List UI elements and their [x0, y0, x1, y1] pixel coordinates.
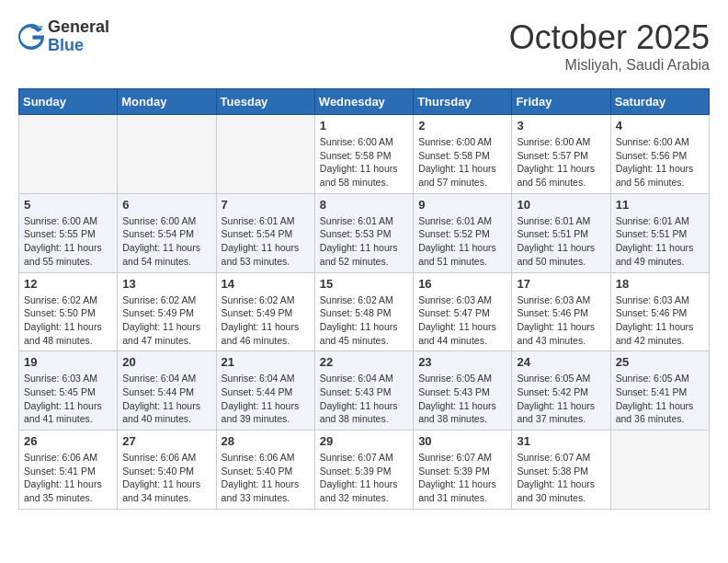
day-number: 19 — [24, 355, 112, 369]
calendar-cell: 11Sunrise: 6:01 AMSunset: 5:51 PMDayligh… — [610, 193, 709, 272]
day-number: 28 — [222, 434, 310, 448]
month-title: October 2025 — [509, 18, 710, 57]
cell-info: Sunrise: 6:01 AMSunset: 5:52 PMDaylight:… — [418, 214, 506, 269]
cell-info: Sunrise: 6:05 AMSunset: 5:42 PMDaylight:… — [517, 372, 605, 426]
cell-info: Sunrise: 6:04 AMSunset: 5:43 PMDaylight:… — [320, 372, 408, 426]
day-number: 24 — [517, 355, 605, 369]
day-number: 16 — [418, 277, 506, 291]
calendar-cell: 8Sunrise: 6:01 AMSunset: 5:53 PMDaylight… — [314, 193, 413, 272]
calendar-table: SundayMondayTuesdayWednesdayThursdayFrid… — [18, 88, 710, 510]
cell-info: Sunrise: 6:06 AMSunset: 5:40 PMDaylight:… — [122, 451, 210, 505]
day-number: 15 — [320, 277, 408, 291]
calendar-cell: 30Sunrise: 6:07 AMSunset: 5:39 PMDayligh… — [414, 431, 512, 510]
calendar-cell: 24Sunrise: 6:05 AMSunset: 5:42 PMDayligh… — [512, 351, 610, 431]
day-number: 6 — [122, 198, 210, 212]
calendar-cell: 19Sunrise: 6:03 AMSunset: 5:45 PMDayligh… — [19, 351, 118, 431]
calendar-cell: 26Sunrise: 6:06 AMSunset: 5:41 PMDayligh… — [19, 431, 118, 510]
day-number: 30 — [418, 434, 506, 448]
cell-info: Sunrise: 6:01 AMSunset: 5:51 PMDaylight:… — [616, 214, 704, 269]
cell-info: Sunrise: 6:06 AMSunset: 5:40 PMDaylight:… — [222, 451, 310, 505]
calendar-cell: 29Sunrise: 6:07 AMSunset: 5:39 PMDayligh… — [314, 431, 413, 510]
calendar-cell: 5Sunrise: 6:00 AMSunset: 5:55 PMDaylight… — [19, 193, 118, 272]
cell-info: Sunrise: 6:06 AMSunset: 5:41 PMDaylight:… — [24, 451, 112, 505]
cell-info: Sunrise: 6:00 AMSunset: 5:58 PMDaylight:… — [320, 135, 408, 190]
cell-info: Sunrise: 6:03 AMSunset: 5:45 PMDaylight:… — [24, 372, 112, 426]
day-number: 26 — [24, 434, 112, 448]
day-number: 9 — [418, 198, 506, 212]
day-number: 1 — [320, 119, 408, 132]
day-number: 25 — [616, 355, 704, 369]
cell-info: Sunrise: 6:04 AMSunset: 5:44 PMDaylight:… — [122, 372, 210, 426]
calendar-week-4: 19Sunrise: 6:03 AMSunset: 5:45 PMDayligh… — [19, 351, 710, 431]
calendar-cell: 17Sunrise: 6:03 AMSunset: 5:46 PMDayligh… — [512, 272, 610, 351]
calendar-cell: 7Sunrise: 6:01 AMSunset: 5:54 PMDaylight… — [216, 193, 314, 272]
calendar-cell: 31Sunrise: 6:07 AMSunset: 5:38 PMDayligh… — [512, 431, 610, 510]
cell-info: Sunrise: 6:01 AMSunset: 5:54 PMDaylight:… — [222, 214, 310, 269]
logo: General Blue — [18, 18, 109, 55]
cell-info: Sunrise: 6:05 AMSunset: 5:43 PMDaylight:… — [418, 372, 506, 426]
calendar-cell — [19, 115, 118, 194]
day-number: 17 — [517, 277, 605, 291]
cell-info: Sunrise: 6:02 AMSunset: 5:49 PMDaylight:… — [122, 293, 210, 348]
calendar-cell: 3Sunrise: 6:00 AMSunset: 5:57 PMDaylight… — [512, 115, 610, 194]
weekday-header-sunday: Sunday — [19, 89, 118, 115]
title-block: October 2025 Misliyah, Saudi Arabia — [509, 18, 710, 74]
cell-info: Sunrise: 6:05 AMSunset: 5:41 PMDaylight:… — [616, 372, 704, 426]
logo-blue: Blue — [48, 36, 84, 54]
day-number: 12 — [24, 277, 112, 291]
weekday-header-friday: Friday — [512, 89, 610, 115]
cell-info: Sunrise: 6:00 AMSunset: 5:55 PMDaylight:… — [24, 214, 112, 269]
cell-info: Sunrise: 6:03 AMSunset: 5:46 PMDaylight:… — [616, 293, 704, 348]
cell-info: Sunrise: 6:00 AMSunset: 5:56 PMDaylight:… — [616, 135, 704, 190]
day-number: 3 — [517, 119, 605, 132]
cell-info: Sunrise: 6:01 AMSunset: 5:53 PMDaylight:… — [320, 214, 408, 269]
day-number: 21 — [222, 355, 310, 369]
calendar-cell: 28Sunrise: 6:06 AMSunset: 5:40 PMDayligh… — [216, 431, 314, 510]
day-number: 11 — [616, 198, 704, 212]
cell-info: Sunrise: 6:07 AMSunset: 5:39 PMDaylight:… — [418, 451, 506, 505]
cell-info: Sunrise: 6:00 AMSunset: 5:58 PMDaylight:… — [418, 135, 506, 190]
cell-info: Sunrise: 6:02 AMSunset: 5:49 PMDaylight:… — [222, 293, 310, 348]
cell-info: Sunrise: 6:00 AMSunset: 5:57 PMDaylight:… — [517, 135, 605, 190]
logo-text: General Blue — [48, 18, 109, 55]
day-number: 13 — [122, 277, 210, 291]
cell-info: Sunrise: 6:03 AMSunset: 5:47 PMDaylight:… — [418, 293, 506, 348]
day-number: 22 — [320, 355, 408, 369]
logo-general: General — [48, 17, 109, 36]
calendar-cell — [216, 115, 314, 194]
calendar-cell: 27Sunrise: 6:06 AMSunset: 5:40 PMDayligh… — [118, 431, 216, 510]
cell-info: Sunrise: 6:07 AMSunset: 5:39 PMDaylight:… — [320, 451, 408, 505]
day-number: 2 — [418, 119, 506, 132]
calendar-cell: 13Sunrise: 6:02 AMSunset: 5:49 PMDayligh… — [118, 272, 216, 351]
weekday-header-thursday: Thursday — [414, 89, 512, 115]
day-number: 31 — [517, 434, 605, 448]
day-number: 23 — [418, 355, 506, 369]
calendar-cell: 4Sunrise: 6:00 AMSunset: 5:56 PMDaylight… — [610, 115, 709, 194]
calendar-cell: 9Sunrise: 6:01 AMSunset: 5:52 PMDaylight… — [414, 193, 512, 272]
cell-info: Sunrise: 6:03 AMSunset: 5:46 PMDaylight:… — [517, 293, 605, 348]
day-number: 8 — [320, 198, 408, 212]
calendar-cell: 22Sunrise: 6:04 AMSunset: 5:43 PMDayligh… — [314, 351, 413, 431]
day-number: 20 — [122, 355, 210, 369]
calendar-cell: 23Sunrise: 6:05 AMSunset: 5:43 PMDayligh… — [414, 351, 512, 431]
day-number: 7 — [222, 198, 310, 212]
weekday-header-saturday: Saturday — [610, 89, 709, 115]
day-number: 4 — [616, 119, 704, 132]
cell-info: Sunrise: 6:02 AMSunset: 5:48 PMDaylight:… — [320, 293, 408, 348]
weekday-header-wednesday: Wednesday — [314, 89, 413, 115]
calendar-cell: 21Sunrise: 6:04 AMSunset: 5:44 PMDayligh… — [216, 351, 314, 431]
calendar-cell: 6Sunrise: 6:00 AMSunset: 5:54 PMDaylight… — [118, 193, 216, 272]
day-number: 14 — [222, 277, 310, 291]
calendar-cell: 18Sunrise: 6:03 AMSunset: 5:46 PMDayligh… — [610, 272, 709, 351]
calendar-cell: 15Sunrise: 6:02 AMSunset: 5:48 PMDayligh… — [314, 272, 413, 351]
day-number: 18 — [616, 277, 704, 291]
calendar-cell: 12Sunrise: 6:02 AMSunset: 5:50 PMDayligh… — [19, 272, 118, 351]
weekday-header-tuesday: Tuesday — [216, 89, 314, 115]
calendar-week-2: 5Sunrise: 6:00 AMSunset: 5:55 PMDaylight… — [19, 193, 710, 272]
calendar-week-1: 1Sunrise: 6:00 AMSunset: 5:58 PMDaylight… — [19, 115, 710, 194]
weekday-header-row: SundayMondayTuesdayWednesdayThursdayFrid… — [19, 89, 710, 115]
day-number: 10 — [517, 198, 605, 212]
cell-info: Sunrise: 6:02 AMSunset: 5:50 PMDaylight:… — [24, 293, 112, 348]
calendar-cell: 14Sunrise: 6:02 AMSunset: 5:49 PMDayligh… — [216, 272, 314, 351]
cell-info: Sunrise: 6:04 AMSunset: 5:44 PMDaylight:… — [222, 372, 310, 426]
